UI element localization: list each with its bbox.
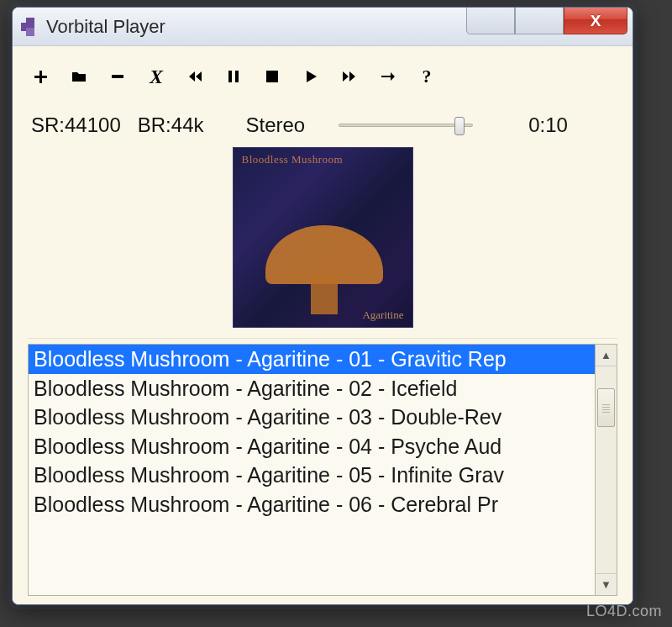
close-button[interactable]: X [564, 8, 627, 34]
playlist-area: Bloodless Mushroom - Agaritine - 01 - Gr… [28, 338, 617, 596]
previous-button[interactable] [186, 67, 204, 86]
scroll-thumb[interactable] [597, 388, 615, 427]
playlist-row[interactable]: Bloodless Mushroom - Agaritine - 06 - Ce… [29, 490, 595, 519]
scrollbar[interactable]: ▲ ▼ [596, 344, 617, 596]
slider-thumb[interactable] [454, 117, 465, 135]
minimize-button[interactable] [466, 8, 515, 34]
about-button[interactable]: ? [417, 67, 436, 86]
playlist-row[interactable]: Bloodless Mushroom - Agaritine - 05 - In… [29, 461, 595, 490]
play-button[interactable] [302, 67, 320, 86]
app-icon [21, 18, 39, 36]
channel-mode: Stereo [245, 113, 305, 137]
window-title: Vorbital Player [46, 16, 165, 38]
bit-rate: BR:44k [138, 113, 204, 137]
clear-button[interactable]: X [147, 67, 165, 86]
playlist[interactable]: Bloodless Mushroom - Agaritine - 01 - Gr… [28, 344, 596, 596]
app-window: Vorbital Player X [12, 7, 633, 605]
album-artist: Bloodless Mushroom [242, 153, 344, 166]
svg-rect-2 [112, 75, 123, 78]
remove-button[interactable] [108, 67, 127, 86]
repeat-button[interactable] [379, 67, 397, 86]
svg-rect-4 [235, 71, 239, 82]
next-button[interactable] [340, 67, 359, 86]
maximize-button[interactable] [515, 8, 564, 34]
playlist-row[interactable]: Bloodless Mushroom - Agaritine - 01 - Gr… [29, 345, 595, 374]
svg-rect-5 [266, 71, 278, 82]
scroll-up-button[interactable]: ▲ [596, 345, 617, 366]
br-value: 44k [171, 113, 204, 136]
playlist-row[interactable]: Bloodless Mushroom - Agaritine - 03 - Do… [29, 403, 595, 432]
sr-label: SR: [31, 113, 65, 136]
album-title: Agaritine [362, 308, 403, 322]
close-icon: X [591, 12, 601, 30]
info-row: SR:44100 BR:44k Stereo 0:10 [28, 113, 617, 137]
toolbar: X ? [28, 65, 617, 88]
sample-rate: SR:44100 [31, 113, 121, 137]
add-file-button[interactable] [31, 67, 50, 86]
slider-track [339, 124, 473, 127]
watermark: LO4D.com [586, 603, 662, 620]
client-area: X ? SR:44100 [13, 46, 633, 604]
elapsed-time: 0:10 [528, 113, 568, 137]
window-buttons: X [466, 8, 627, 34]
album-art: Bloodless Mushroom Agaritine [233, 147, 413, 328]
scroll-track[interactable] [596, 366, 617, 573]
playlist-row[interactable]: Bloodless Mushroom - Agaritine - 04 - Ps… [29, 432, 595, 461]
pause-button[interactable] [224, 67, 243, 86]
add-folder-button[interactable] [70, 67, 88, 86]
volume-slider[interactable] [339, 114, 473, 136]
album-art-area: Bloodless Mushroom Agaritine [28, 145, 617, 333]
playlist-row[interactable]: Bloodless Mushroom - Agaritine - 02 - Ic… [29, 374, 595, 403]
titlebar[interactable]: Vorbital Player X [13, 8, 633, 46]
sr-value: 44100 [65, 113, 121, 136]
svg-rect-3 [228, 71, 232, 82]
stop-button[interactable] [263, 67, 281, 86]
scroll-down-button[interactable]: ▼ [596, 573, 617, 595]
br-label: BR: [138, 113, 171, 136]
